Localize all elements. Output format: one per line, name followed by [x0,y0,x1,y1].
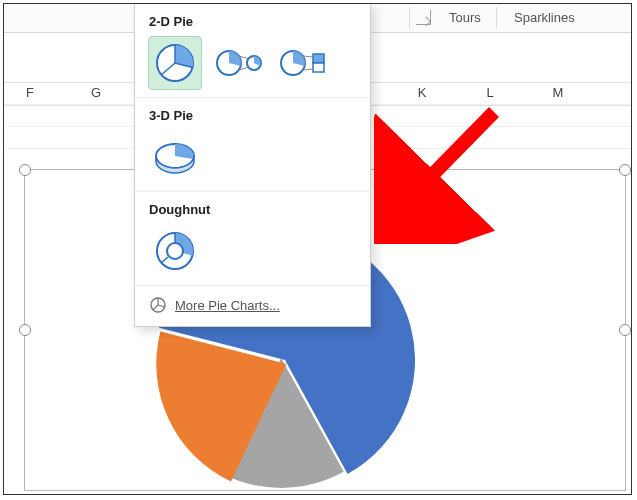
dropdown-heading-doughnut: Doughnut [149,202,360,217]
pie-2d-icon [154,42,196,84]
chart-type-pie-3d[interactable] [149,131,201,183]
pie-chart-type-dropdown: 2-D Pie [134,3,371,327]
pie-outline-icon [149,296,167,314]
col-header-cell[interactable]: F [3,85,60,100]
dropdown-heading-2d-pie: 2-D Pie [149,14,360,29]
dialog-launcher-icon[interactable] [416,10,431,25]
resize-handle[interactable] [619,164,631,176]
col-header-cell[interactable]: K [392,85,452,100]
ribbon-group-sparklines[interactable]: Sparklines [514,10,575,25]
col-header-cell[interactable]: L [460,85,520,100]
resize-handle[interactable] [19,164,31,176]
col-header-cell[interactable]: M [528,85,588,100]
chart-type-pie-2d[interactable] [149,37,201,89]
resize-handle[interactable] [19,324,31,336]
pie-3d-icon [152,139,198,175]
svg-rect-6 [313,54,324,63]
resize-handle[interactable] [619,324,631,336]
svg-point-12 [167,243,183,259]
ribbon-group-tours[interactable]: Tours [449,10,481,25]
bar-of-pie-icon [280,46,326,80]
doughnut-icon [153,229,197,273]
svg-rect-7 [313,63,324,72]
svg-line-8 [303,56,313,57]
chart-type-bar-of-pie[interactable] [277,37,329,89]
pie-of-pie-icon [216,46,262,80]
dropdown-heading-3d-pie: 3-D Pie [149,108,360,123]
more-pie-charts-button[interactable]: More Pie Charts... [135,286,370,326]
col-header-cell[interactable]: G [66,85,126,100]
more-pie-charts-label: More Pie Charts... [175,298,280,313]
chart-type-pie-of-pie[interactable] [213,37,265,89]
chart-type-doughnut[interactable] [149,225,201,277]
svg-line-9 [303,69,313,70]
